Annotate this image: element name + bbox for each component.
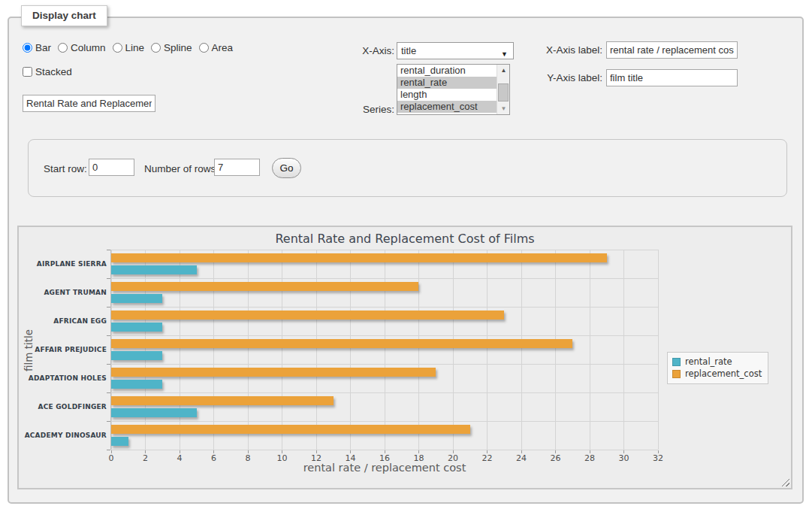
gridline bbox=[111, 450, 658, 450]
gridline bbox=[111, 421, 658, 422]
gridline bbox=[418, 250, 419, 450]
gridline bbox=[623, 250, 624, 450]
y-tick bbox=[107, 421, 110, 422]
panel-title: Display chart bbox=[21, 5, 107, 26]
num-rows-label: Number of rows: bbox=[144, 163, 219, 174]
bar-replacement_cost-agent-truman[interactable] bbox=[111, 282, 418, 291]
bar-replacement_cost-affair-prejudice[interactable] bbox=[111, 339, 572, 348]
gridline bbox=[111, 278, 658, 279]
bar-rental_rate-airplane-sierra[interactable] bbox=[111, 265, 197, 274]
scrollbar-thumb[interactable] bbox=[498, 83, 509, 101]
chart-type-bar[interactable]: Bar bbox=[23, 42, 51, 53]
gridline bbox=[350, 250, 351, 450]
x-tick-label: 32 bbox=[643, 453, 673, 463]
chart-type-radio-line[interactable] bbox=[113, 43, 122, 53]
gridline bbox=[555, 250, 556, 450]
x-axis-select[interactable]: title ▼ bbox=[397, 42, 514, 59]
bar-rental_rate-adaptation-holes[interactable] bbox=[111, 380, 162, 389]
x-tick-label: 0 bbox=[96, 453, 126, 463]
row-range-box bbox=[28, 139, 787, 197]
y-axis-label-field-label: Y-Axis label: bbox=[535, 72, 602, 83]
scroll-down-icon[interactable]: ▼ bbox=[497, 103, 510, 114]
stacked-label: Stacked bbox=[35, 66, 72, 77]
chart-legend: rental_ratereplacement_cost bbox=[667, 352, 768, 384]
chart-title-input[interactable] bbox=[23, 95, 155, 112]
x-tick-label: 8 bbox=[233, 453, 263, 463]
series-scrollbar[interactable]: ▲ ▼ bbox=[497, 65, 509, 114]
x-axis-title: rental rate / replacement cost bbox=[111, 462, 658, 474]
gridline bbox=[385, 250, 385, 450]
gridline bbox=[111, 364, 658, 365]
stacked-checkbox-row[interactable]: Stacked bbox=[23, 66, 72, 77]
legend-item-replacement_cost[interactable]: replacement_cost bbox=[672, 368, 762, 380]
series-option-length[interactable]: length bbox=[397, 89, 497, 101]
chart-type-line[interactable]: Line bbox=[113, 42, 145, 53]
y-tick bbox=[107, 307, 110, 308]
gridline bbox=[282, 250, 282, 450]
series-option-rental_duration[interactable]: rental_duration bbox=[397, 65, 497, 77]
x-tick-label: 24 bbox=[506, 453, 536, 463]
bar-replacement_cost-ace-goldfinger[interactable] bbox=[111, 396, 334, 405]
category-label: AIRPLANE SIERRA bbox=[19, 260, 107, 268]
x-tick-label: 16 bbox=[370, 453, 400, 463]
chart-type-spline[interactable]: Spline bbox=[151, 42, 192, 53]
chart-container: Rental Rate and Replacement Cost of Film… bbox=[17, 226, 792, 489]
series-option-replacement_cost[interactable]: replacement_cost bbox=[397, 101, 497, 113]
chart-type-label: Spline bbox=[164, 42, 192, 53]
dropdown-arrow-icon: ▼ bbox=[501, 47, 508, 62]
bar-replacement_cost-airplane-sierra[interactable] bbox=[111, 253, 607, 262]
x-axis-label-field-label: X-Axis label: bbox=[535, 44, 602, 56]
chart-type-column[interactable]: Column bbox=[58, 42, 106, 53]
bar-rental_rate-agent-truman[interactable] bbox=[111, 294, 162, 303]
legend-label: replacement_cost bbox=[685, 368, 762, 379]
start-row-label: Start row: bbox=[44, 163, 87, 174]
series-option-rental_rate[interactable]: rental_rate bbox=[397, 77, 497, 89]
x-tick-label: 30 bbox=[609, 453, 639, 463]
chart-type-label: Line bbox=[125, 42, 145, 53]
bar-replacement_cost-african-egg[interactable] bbox=[111, 311, 504, 320]
y-tick bbox=[107, 392, 110, 393]
x-tick-label: 18 bbox=[404, 453, 434, 463]
start-row-input[interactable] bbox=[89, 159, 134, 176]
x-tick-label: 22 bbox=[472, 453, 503, 463]
bar-replacement_cost-academy-dinosaur[interactable] bbox=[111, 425, 470, 434]
x-tick-label: 12 bbox=[301, 453, 331, 463]
chart-title: Rental Rate and Replacement Cost of Film… bbox=[19, 232, 791, 246]
x-tick-label: 4 bbox=[165, 453, 195, 463]
gridline bbox=[213, 250, 214, 450]
series-options: rental_durationrental_ratelengthreplacem… bbox=[397, 65, 497, 114]
series-multiselect[interactable]: rental_durationrental_ratelengthreplacem… bbox=[397, 64, 510, 115]
chart-type-radio-bar[interactable] bbox=[23, 43, 32, 53]
chart-type-radio-spline[interactable] bbox=[151, 43, 161, 53]
x-axis-label-input[interactable] bbox=[606, 41, 738, 59]
chart-type-label: Bar bbox=[35, 42, 51, 53]
y-tick bbox=[107, 250, 110, 250]
x-axis-selected-value: title bbox=[401, 45, 416, 56]
gridline bbox=[180, 250, 180, 450]
x-tick-label: 14 bbox=[336, 453, 366, 463]
bar-rental_rate-african-egg[interactable] bbox=[111, 323, 162, 332]
scroll-up-icon[interactable]: ▲ bbox=[497, 65, 510, 76]
y-axis-label-input[interactable] bbox=[606, 69, 738, 86]
chart-type-area[interactable]: Area bbox=[199, 42, 234, 53]
go-button[interactable]: Go bbox=[272, 158, 301, 178]
bar-replacement_cost-adaptation-holes[interactable] bbox=[111, 368, 436, 377]
gridline bbox=[453, 250, 454, 450]
chart-type-radio-area[interactable] bbox=[199, 43, 209, 53]
legend-swatch-icon bbox=[672, 370, 681, 378]
x-axis-select-label: X-Axis: bbox=[331, 45, 394, 56]
bar-rental_rate-academy-dinosaur[interactable] bbox=[111, 437, 128, 446]
resize-handle-icon[interactable] bbox=[781, 478, 789, 486]
chart-type-label: Column bbox=[71, 42, 106, 53]
y-tick bbox=[107, 335, 110, 336]
chart-type-radio-column[interactable] bbox=[58, 43, 68, 53]
bar-rental_rate-affair-prejudice[interactable] bbox=[111, 351, 162, 360]
bar-rental_rate-ace-goldfinger[interactable] bbox=[111, 408, 197, 417]
num-rows-input[interactable] bbox=[214, 159, 260, 176]
gridline bbox=[111, 250, 658, 250]
x-tick-label: 28 bbox=[575, 453, 605, 463]
gridline bbox=[145, 250, 146, 450]
stacked-checkbox[interactable] bbox=[23, 67, 32, 77]
legend-item-rental_rate[interactable]: rental_rate bbox=[672, 356, 762, 368]
category-label: ACE GOLDFINGER bbox=[19, 403, 107, 411]
